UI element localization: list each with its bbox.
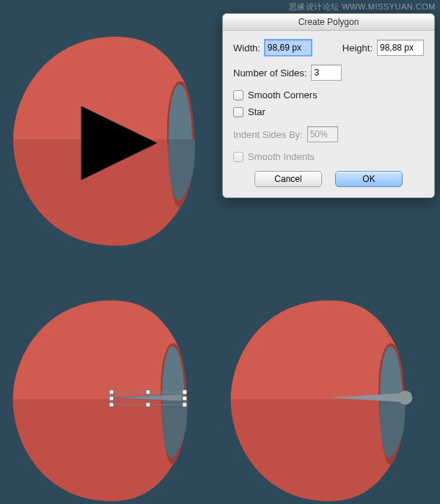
indent-label: Indent Sides By: (233, 129, 303, 140)
svg-rect-6 (183, 396, 187, 401)
smooth-indents-label: Smooth Indents (248, 151, 315, 162)
width-input[interactable] (265, 40, 312, 56)
star-checkbox[interactable] (233, 107, 243, 117)
svg-rect-0 (109, 390, 114, 395)
dish-bottom-left (13, 301, 188, 502)
ok-button[interactable]: OK (335, 171, 403, 187)
svg-rect-3 (109, 403, 114, 407)
height-input[interactable] (377, 40, 424, 56)
sides-label: Number of Sides: (233, 67, 307, 78)
indent-input (307, 126, 338, 142)
svg-rect-7 (146, 403, 150, 407)
width-label: Width: (233, 43, 260, 54)
sides-input[interactable] (311, 65, 342, 81)
svg-rect-2 (183, 390, 187, 395)
needle-knob (398, 390, 412, 404)
cancel-button[interactable]: Cancel (254, 171, 322, 187)
dish-top-left (13, 37, 195, 246)
svg-rect-5 (109, 396, 114, 401)
create-polygon-dialog: Create Polygon Width: Height: Number of … (222, 13, 435, 198)
height-label: Height: (342, 43, 373, 54)
svg-rect-1 (146, 390, 150, 395)
dish-bottom-right (231, 301, 413, 502)
star-label: Star (248, 106, 265, 117)
svg-rect-4 (183, 403, 187, 407)
smooth-corners-label: Smooth Corners (248, 90, 318, 101)
smooth-corners-checkbox[interactable] (233, 90, 243, 101)
dialog-body: Width: Height: Number of Sides: Smooth C… (223, 31, 434, 197)
smooth-indents-checkbox (233, 152, 243, 162)
dialog-title: Create Polygon (223, 14, 434, 31)
